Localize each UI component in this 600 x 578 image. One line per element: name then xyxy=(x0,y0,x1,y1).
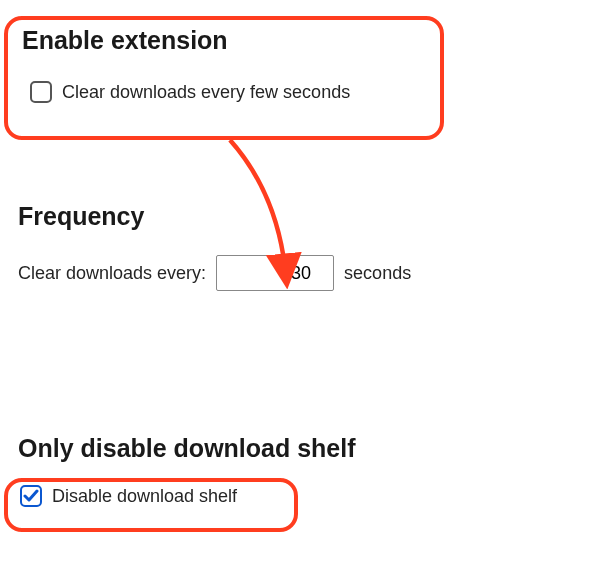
enable-extension-section: Enable extension Clear downloads every f… xyxy=(4,26,444,103)
disable-shelf-checkbox[interactable] xyxy=(20,485,42,507)
enable-extension-heading: Enable extension xyxy=(22,26,430,55)
frequency-label-before: Clear downloads every: xyxy=(18,263,206,284)
frequency-heading: Frequency xyxy=(18,202,411,231)
clear-downloads-label: Clear downloads every few seconds xyxy=(62,82,350,103)
frequency-input[interactable] xyxy=(216,255,334,291)
frequency-section: Frequency Clear downloads every: seconds xyxy=(4,202,425,291)
frequency-label-after: seconds xyxy=(344,263,411,284)
disable-shelf-row: Disable download shelf xyxy=(20,485,356,507)
disable-shelf-label: Disable download shelf xyxy=(52,486,237,507)
shelf-heading: Only disable download shelf xyxy=(18,434,356,463)
clear-downloads-row: Clear downloads every few seconds xyxy=(30,81,430,103)
clear-downloads-checkbox[interactable] xyxy=(30,81,52,103)
shelf-section: Only disable download shelf Disable down… xyxy=(4,434,370,507)
check-icon xyxy=(23,488,39,504)
frequency-row: Clear downloads every: seconds xyxy=(18,255,411,291)
